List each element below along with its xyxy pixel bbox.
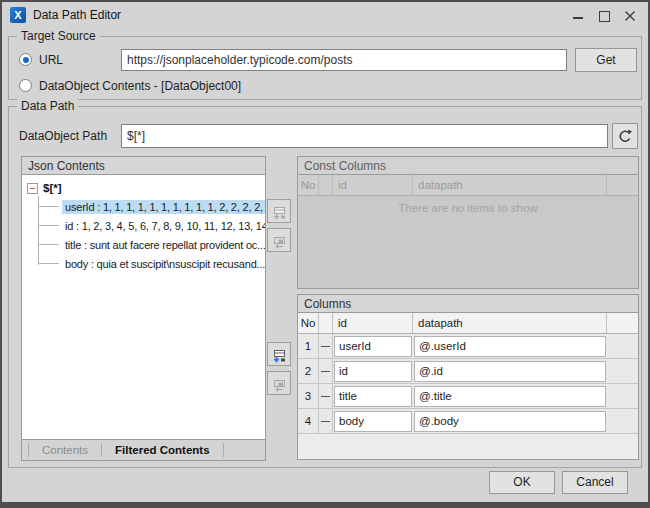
const-columns-table-header: No id datapath xyxy=(298,175,638,196)
target-source-group: Target Source URL Get DataObject Content… xyxy=(8,36,642,100)
table-row: 3 title @.title xyxy=(298,384,638,409)
data-path-group-label: Data Path xyxy=(17,99,78,113)
column-header-blank xyxy=(319,175,333,195)
window-controls xyxy=(572,9,640,21)
row-datapath-cell[interactable]: @.id xyxy=(414,361,606,382)
url-radio[interactable] xyxy=(19,53,32,66)
columns-add-button[interactable] xyxy=(267,342,291,366)
tree-item-title[interactable]: title : sunt aut facere repellat provide… xyxy=(22,235,265,254)
refresh-icon xyxy=(617,128,633,144)
columns-table-header: No id datapath xyxy=(298,313,638,334)
tree-branch-icon xyxy=(39,206,59,207)
row-id-cell[interactable]: userId xyxy=(334,336,412,357)
column-header-tail xyxy=(607,313,638,333)
column-header-id: id xyxy=(333,175,413,195)
row-datapath-cell[interactable]: @.userId xyxy=(414,336,606,357)
tree-branch-icon xyxy=(39,244,59,245)
row-tail xyxy=(607,409,638,433)
column-header-no: No xyxy=(298,313,319,333)
data-path-editor-window: X Data Path Editor Target Source URL Get… xyxy=(0,0,650,508)
row-tail xyxy=(607,359,638,383)
get-button[interactable]: Get xyxy=(575,48,637,72)
json-contents-panel: Json Contents $[*] userId : 1, 1, 1, 1, … xyxy=(21,156,266,461)
json-contents-tabstrip: Contents Filtered Contents xyxy=(22,439,265,460)
columns-header: Columns xyxy=(298,295,638,313)
ok-button[interactable]: OK xyxy=(489,471,555,494)
close-icon[interactable] xyxy=(624,9,636,21)
tree-item-label[interactable]: userId : 1, 1, 1, 1, 1, 1, 1, 1, 1, 1, 2… xyxy=(62,200,265,214)
row-no: 2 xyxy=(298,359,319,383)
table-row: 2 id @.id xyxy=(298,359,638,384)
row-datapath-cell[interactable]: @.title xyxy=(414,386,606,407)
tab-separator xyxy=(223,443,224,457)
column-header-blank xyxy=(319,313,333,333)
column-header-id: id xyxy=(333,313,413,333)
row-id-cell[interactable]: body xyxy=(334,411,412,432)
json-tree[interactable]: $[*] userId : 1, 1, 1, 1, 1, 1, 1, 1, 1,… xyxy=(22,175,265,439)
row-tail xyxy=(607,334,638,358)
tree-item-label[interactable]: id : 1, 2, 3, 4, 5, 6, 7, 8, 9, 10, 11, … xyxy=(62,219,265,233)
column-header-tail xyxy=(607,175,638,195)
refresh-button[interactable] xyxy=(612,123,638,149)
const-columns-header: Const Columns xyxy=(298,157,638,175)
row-id-cell[interactable]: title xyxy=(334,386,412,407)
column-header-datapath: datapath xyxy=(413,175,607,195)
const-columns-panel: Const Columns No id datapath There are n… xyxy=(297,156,639,289)
tree-root-label[interactable]: $[*] xyxy=(43,182,62,194)
dataobject-contents-radio-label[interactable]: DataObject Contents - [DataObject00] xyxy=(39,79,241,93)
minimize-icon[interactable] xyxy=(572,9,584,21)
tab-filtered-contents[interactable]: Filtered Contents xyxy=(102,444,223,456)
row-datapath-cell[interactable]: @.body xyxy=(414,411,606,432)
maximize-icon[interactable] xyxy=(598,9,610,21)
add-column-icon xyxy=(271,348,287,364)
url-input[interactable] xyxy=(121,49,567,71)
row-handle-icon[interactable] xyxy=(319,409,333,433)
tree-item-label[interactable]: title : sunt aut facere repellat provide… xyxy=(62,238,265,252)
tree-item-userid[interactable]: userId : 1, 1, 1, 1, 1, 1, 1, 1, 1, 1, 2… xyxy=(22,197,265,216)
column-header-datapath: datapath xyxy=(413,313,607,333)
row-handle-icon[interactable] xyxy=(319,384,333,408)
tree-root-row[interactable]: $[*] xyxy=(27,179,62,197)
add-column-icon xyxy=(271,205,287,221)
target-source-group-label: Target Source xyxy=(17,29,100,43)
row-handle-icon[interactable] xyxy=(319,334,333,358)
window-title: Data Path Editor xyxy=(33,8,121,22)
row-no: 4 xyxy=(298,409,319,433)
const-columns-add-button[interactable] xyxy=(267,199,291,223)
tree-item-id[interactable]: id : 1, 2, 3, 4, 5, 6, 7, 8, 9, 10, 11, … xyxy=(22,216,265,235)
table-row: 1 userId @.userId xyxy=(298,334,638,359)
row-tail xyxy=(607,384,638,408)
row-no: 1 xyxy=(298,334,319,358)
app-logo-icon: X xyxy=(10,7,26,23)
table-row: 4 body @.body xyxy=(298,409,638,434)
tree-branch-icon xyxy=(39,263,59,264)
row-handle-icon[interactable] xyxy=(319,359,333,383)
tree-item-label[interactable]: body : quia et suscipit\nsuscipit recusa… xyxy=(62,257,265,271)
url-radio-label[interactable]: URL xyxy=(39,53,63,67)
cancel-button[interactable]: Cancel xyxy=(562,471,628,494)
column-header-no: No xyxy=(298,175,319,195)
move-column-icon xyxy=(271,234,287,250)
move-column-icon xyxy=(271,377,287,393)
columns-move-button[interactable] xyxy=(267,371,291,395)
const-columns-move-button[interactable] xyxy=(267,228,291,252)
json-contents-header: Json Contents xyxy=(22,157,265,175)
dialog-client-area: X Data Path Editor Target Source URL Get… xyxy=(2,2,648,502)
row-id-cell[interactable]: id xyxy=(334,361,412,382)
dataobject-contents-radio[interactable] xyxy=(19,79,32,92)
collapse-minus-icon[interactable] xyxy=(27,183,38,194)
tree-item-body[interactable]: body : quia et suscipit\nsuscipit recusa… xyxy=(22,254,265,273)
const-columns-empty-message: There are no items to show xyxy=(298,196,638,221)
row-no: 3 xyxy=(298,384,319,408)
dataobject-path-label: DataObject Path xyxy=(19,129,107,143)
data-path-group: Data Path DataObject Path Json Contents … xyxy=(8,106,642,468)
tree-branch-icon xyxy=(39,225,59,226)
titlebar[interactable]: X Data Path Editor xyxy=(2,2,648,28)
tab-contents[interactable]: Contents xyxy=(29,444,101,456)
dataobject-path-input[interactable] xyxy=(121,124,608,148)
columns-panel: Columns No id datapath 1 userId @.userId xyxy=(297,294,639,460)
